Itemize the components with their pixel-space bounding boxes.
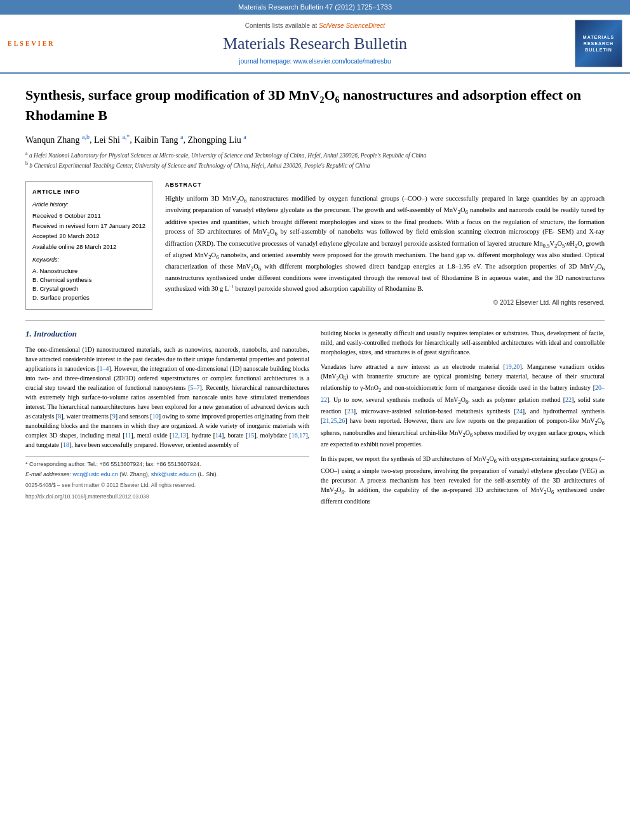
email-zhang[interactable]: wcq@ustc.edu.cn xyxy=(73,471,118,477)
intro-heading: 1. Introduction xyxy=(25,328,309,340)
affiliations: a a Hefei National Laboratory for Physic… xyxy=(25,150,605,171)
ref-10[interactable]: 10 xyxy=(152,413,159,420)
elsevier-logo-area: ELSEVIER xyxy=(8,41,65,47)
ref-15[interactable]: 15 xyxy=(248,432,254,439)
journal-citation-bar: Materials Research Bulletin 47 (2012) 17… xyxy=(0,0,630,15)
keywords-label: Keywords: xyxy=(32,256,145,264)
body-section: 1. Introduction The one-dimensional (1D)… xyxy=(25,328,605,511)
journal-header: ELSEVIER Contents lists available at Sci… xyxy=(0,15,630,74)
abstract-text: Highly uniform 3D MnV2O6 nanostructures … xyxy=(165,194,605,293)
corresponding-note: * Corresponding author. Tel.: +86 551360… xyxy=(25,460,309,469)
elsevier-logo: ELSEVIER xyxy=(8,41,65,47)
article-info-column: ARTICLE INFO Article history: Received 6… xyxy=(25,181,152,310)
contents-available-line: Contents lists available at SciVerse Sci… xyxy=(72,22,558,30)
ref-21-25-26[interactable]: 21,25,26 xyxy=(323,417,345,424)
journal-title: Materials Research Bulletin xyxy=(72,32,558,55)
body-left-column: 1. Introduction The one-dimensional (1D)… xyxy=(25,328,309,511)
abstract-heading: ABSTRACT xyxy=(165,181,605,189)
intro-paragraph-4: In this paper, we report the synthesis o… xyxy=(321,454,605,506)
journal-cover-area: MATERIALS RESEARCH BULLETIN xyxy=(565,20,622,67)
journal-cover-image: MATERIALS RESEARCH BULLETIN xyxy=(575,20,622,67)
ref-19-20[interactable]: 19,20 xyxy=(506,363,520,370)
ref-24[interactable]: 24 xyxy=(516,408,523,415)
body-right-column: building blocks is generally difficult a… xyxy=(321,328,605,511)
article-info-heading: ARTICLE INFO xyxy=(32,188,145,196)
email-shi[interactable]: shik@ustc.edu.cn xyxy=(151,471,196,477)
authors-line: Wanqun Zhang a,b, Lei Shi a,*, Kaibin Ta… xyxy=(25,133,605,146)
elsevier-text: ELSEVIER xyxy=(8,41,65,47)
article-info-box: ARTICLE INFO Article history: Received 6… xyxy=(25,181,152,310)
intro-paragraph-2: building blocks is generally difficult a… xyxy=(321,328,605,357)
revised-date: Received in revised form 17 January 2012 xyxy=(32,222,145,230)
journal-citation-text: Materials Research Bulletin 47 (2012) 17… xyxy=(238,3,392,11)
ref-5-7[interactable]: 5–7 xyxy=(191,384,200,391)
keyword-2: B. Chemical synthesis xyxy=(32,276,145,284)
journal-header-center: Contents lists available at SciVerse Sci… xyxy=(72,22,558,66)
ref-16-17[interactable]: 16,17 xyxy=(292,432,306,439)
keyword-1: A. Nanostructure xyxy=(32,267,145,275)
keyword-3: B. Crystal growth xyxy=(32,284,145,293)
email-note: E-mail addresses: wcq@ustc.edu.cn (W. Zh… xyxy=(25,470,309,479)
abstract-column: ABSTRACT Highly uniform 3D MnV2O6 nanost… xyxy=(165,181,605,310)
journal-homepage: journal homepage: www.elsevier.com/locat… xyxy=(72,57,558,66)
ref-12-13[interactable]: 12,13 xyxy=(171,432,186,439)
ref-9[interactable]: 9 xyxy=(112,413,116,420)
article-content: Synthesis, surface group modification of… xyxy=(0,74,630,524)
ref-18[interactable]: 18 xyxy=(63,441,69,448)
accepted-date: Accepted 20 March 2012 xyxy=(32,232,145,240)
received-date: Received 6 October 2011 xyxy=(32,211,145,220)
article-title: Synthesis, surface group modification of… xyxy=(25,86,605,124)
ref-11[interactable]: 11 xyxy=(125,432,131,439)
keyword-4: D. Surface properties xyxy=(32,293,145,302)
ref-23[interactable]: 23 xyxy=(347,408,354,415)
intro-paragraph-1: The one-dimensional (1D) nanostructured … xyxy=(25,345,309,450)
history-label: Article history: xyxy=(32,201,145,209)
doi-link[interactable]: http://dx.doi.org/10.1016/j.materresbull… xyxy=(25,493,149,500)
ref-14[interactable]: 14 xyxy=(215,432,222,439)
keywords-section: Keywords: A. Nanostructure B. Chemical s… xyxy=(32,256,145,302)
ref-22[interactable]: 22 xyxy=(565,396,572,403)
ref-20-22[interactable]: 20–22 xyxy=(321,384,605,403)
doi-line: http://dx.doi.org/10.1016/j.materresbull… xyxy=(25,493,309,501)
copyright-line: © 2012 Elsevier Ltd. All rights reserved… xyxy=(165,298,605,307)
info-abstract-section: ARTICLE INFO Article history: Received 6… xyxy=(25,181,605,310)
footer-notes: * Corresponding author. Tel.: +86 551360… xyxy=(25,456,309,478)
ref-1-4[interactable]: 1–4 xyxy=(99,365,109,372)
sciverse-link[interactable]: SciVerse ScienceDirect xyxy=(319,22,385,29)
ref-8[interactable]: 8 xyxy=(58,413,61,420)
available-date: Available online 28 March 2012 xyxy=(32,243,145,251)
section-divider xyxy=(25,320,605,321)
intro-paragraph-3: Vanadates have attracted a new interest … xyxy=(321,362,605,449)
issn-line: 0025-5408/$ – see front matter © 2012 El… xyxy=(25,482,309,490)
